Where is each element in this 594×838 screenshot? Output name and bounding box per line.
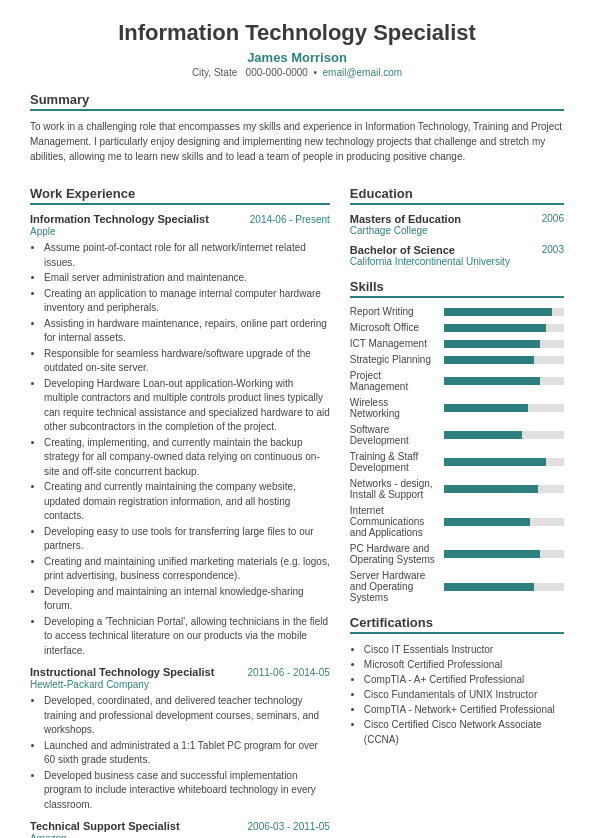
bullet-item: Developing Hardware Loan-out application… xyxy=(44,377,330,435)
bullet-item: Creating and currently maintaining the c… xyxy=(44,480,330,524)
skill-bar-fill xyxy=(444,377,540,385)
skill-bar-fill xyxy=(444,458,546,466)
skill-bar-fill xyxy=(444,518,530,526)
skill-bar-bg xyxy=(444,550,564,558)
skill-bar-bg xyxy=(444,404,564,412)
bullet-item: Assisting in hardware maintenance, repai… xyxy=(44,317,330,346)
edu-degree: Bachelor of Science xyxy=(350,244,455,256)
skill-label: PC Hardware and Operating Systems xyxy=(350,543,436,565)
skill-bar-fill xyxy=(444,308,552,316)
work-experience-title: Work Experience xyxy=(30,186,330,205)
skill-item: Software Development xyxy=(350,424,564,446)
edu-degree: Masters of Education xyxy=(350,213,461,225)
job-item: Information Technology Specialist2014-06… xyxy=(30,213,330,658)
skill-label: Training & Staff Development xyxy=(350,451,436,473)
skill-bar-fill xyxy=(444,431,522,439)
skills-section-title: Skills xyxy=(350,279,564,298)
job-title: Instructional Technology Specialist xyxy=(30,666,214,678)
cert-item: Cisco IT Essentials Instructor xyxy=(364,642,564,657)
company-name: Apple xyxy=(30,226,330,237)
summary-text: To work in a challenging role that encom… xyxy=(30,119,564,164)
skill-item: Training & Staff Development xyxy=(350,451,564,473)
skill-label: Internet Communications and Applications xyxy=(350,505,436,538)
skill-item: Project Management xyxy=(350,370,564,392)
bullet-item: Assume point-of-contact role for all net… xyxy=(44,241,330,270)
summary-section-title: Summary xyxy=(30,92,564,111)
skill-bar-bg xyxy=(444,356,564,364)
skill-item: Report Writing xyxy=(350,306,564,317)
cert-item: Cisco Certified Cisco Network Associate … xyxy=(364,717,564,747)
contact-info: City, State 000-000-0000 • email@email.c… xyxy=(30,67,564,78)
job-dates: 2014-06 - Present xyxy=(250,214,330,225)
cert-item: CompTIA - Network+ Certified Professiona… xyxy=(364,702,564,717)
skill-label: Wireless Networking xyxy=(350,397,436,419)
certifications-section-title: Certifications xyxy=(350,615,564,634)
skill-label: Server Hardware and Operating Systems xyxy=(350,570,436,603)
cert-item: Cisco Fundamentals of UNIX Instructor xyxy=(364,687,564,702)
skill-bar-fill xyxy=(444,583,534,591)
edu-year: 2003 xyxy=(542,244,564,256)
edu-school: Carthage College xyxy=(350,225,564,236)
company-name: Amazon xyxy=(30,833,330,838)
bullet-item: Developing a 'Technician Portal', allowi… xyxy=(44,615,330,659)
bullet-item: Creating and maintaining unified marketi… xyxy=(44,555,330,584)
cert-item: CompTIA - A+ Certified Professional xyxy=(364,672,564,687)
skill-bar-bg xyxy=(444,324,564,332)
skill-item: PC Hardware and Operating Systems xyxy=(350,543,564,565)
email-link[interactable]: email@email.com xyxy=(323,67,403,78)
bullet-item: Launched and administrated a 1:1 Tablet … xyxy=(44,739,330,768)
edu-school: California Intercontinental University xyxy=(350,256,564,267)
work-experience-column: Work Experience Information Technology S… xyxy=(30,174,330,838)
job-dates: 2011-06 - 2014-05 xyxy=(248,667,330,678)
right-column: Education Masters of Education2006Cartha… xyxy=(350,174,564,838)
job-item: Technical Support Specialist2006-03 - 20… xyxy=(30,820,330,838)
bullet-item: Developed, coordinated, and delivered te… xyxy=(44,694,330,738)
skill-label: ICT Management xyxy=(350,338,436,349)
bullet-item: Developed business case and successful i… xyxy=(44,769,330,813)
skill-item: Internet Communications and Applications xyxy=(350,505,564,538)
cert-item: Microsoft Certified Professional xyxy=(364,657,564,672)
edu-item: Bachelor of Science2003California Interc… xyxy=(350,244,564,267)
candidate-name: James Morrison xyxy=(30,50,564,65)
edu-year: 2006 xyxy=(542,213,564,225)
skill-label: Microsoft Office xyxy=(350,322,436,333)
job-title: Technical Support Specialist xyxy=(30,820,180,832)
bullet-item: Developing and maintaining an internal k… xyxy=(44,585,330,614)
skill-bar-bg xyxy=(444,518,564,526)
page-title: Information Technology Specialist xyxy=(30,20,564,46)
skill-item: Networks - design, Install & Support xyxy=(350,478,564,500)
bullet-item: Developing easy to use tools for transfe… xyxy=(44,525,330,554)
job-title: Information Technology Specialist xyxy=(30,213,209,225)
education-section-title: Education xyxy=(350,186,564,205)
skill-item: Wireless Networking xyxy=(350,397,564,419)
edu-item: Masters of Education2006Carthage College xyxy=(350,213,564,236)
job-item: Instructional Technology Specialist2011-… xyxy=(30,666,330,812)
skill-bar-fill xyxy=(444,485,538,493)
skill-bar-bg xyxy=(444,308,564,316)
bullet-item: Creating an application to manage intern… xyxy=(44,287,330,316)
skill-bar-bg xyxy=(444,377,564,385)
skill-bar-fill xyxy=(444,550,540,558)
skill-bar-fill xyxy=(444,356,534,364)
skill-item: Server Hardware and Operating Systems xyxy=(350,570,564,603)
skill-bar-bg xyxy=(444,458,564,466)
skill-bar-bg xyxy=(444,485,564,493)
skill-label: Software Development xyxy=(350,424,436,446)
bullet-item: Responsible for seamless hardware/softwa… xyxy=(44,347,330,376)
skill-label: Report Writing xyxy=(350,306,436,317)
skill-label: Project Management xyxy=(350,370,436,392)
skill-label: Networks - design, Install & Support xyxy=(350,478,436,500)
skill-bar-bg xyxy=(444,583,564,591)
skill-item: Strategic Planning xyxy=(350,354,564,365)
skill-bar-fill xyxy=(444,404,528,412)
bullet-item: Email server administration and maintena… xyxy=(44,271,330,286)
skill-bar-bg xyxy=(444,340,564,348)
job-dates: 2006-03 - 2011-05 xyxy=(248,821,330,832)
skill-bar-fill xyxy=(444,340,540,348)
skill-item: ICT Management xyxy=(350,338,564,349)
skill-bar-fill xyxy=(444,324,546,332)
bullet-item: Creating, implementing, and currently ma… xyxy=(44,436,330,480)
skill-bar-bg xyxy=(444,431,564,439)
company-name: Hewlett-Packard Company xyxy=(30,679,330,690)
skill-item: Microsoft Office xyxy=(350,322,564,333)
